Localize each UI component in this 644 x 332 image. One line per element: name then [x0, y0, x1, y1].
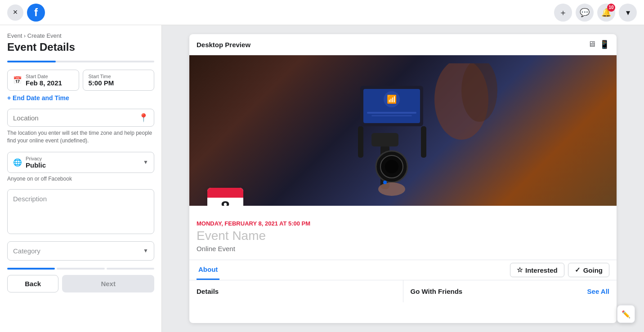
privacy-label: Privacy [26, 156, 46, 161]
calendar-icon: 📅 [13, 76, 22, 84]
date-badge: 8 [207, 188, 243, 206]
privacy-value: Public [26, 161, 46, 169]
go-with-friends-title: Go With Friends [411, 288, 463, 295]
preview-icons: 🖥 📱 [588, 40, 609, 49]
date-badge-top [207, 188, 243, 198]
left-panel: Event › Create Event Event Details 📅 Sta… [0, 25, 162, 332]
description-field[interactable]: Description [7, 189, 154, 234]
progress-bar-fill [7, 61, 56, 62]
event-info: MONDAY, FEBRUARY 8, 2021 AT 5:00 PM Even… [189, 206, 617, 252]
top-bar: × f ＋ 💬 🔔 10 ▾ [0, 0, 644, 25]
details-label: Details [197, 288, 219, 295]
going-button[interactable]: ✓ Going [568, 263, 609, 277]
tab-about[interactable]: About [197, 260, 219, 280]
edit-icon: ✏️ [622, 310, 631, 319]
event-bottom: Details Go With Friends See All [189, 280, 617, 302]
details-section: Details [189, 280, 403, 302]
account-menu-button[interactable]: ▾ [619, 4, 637, 22]
facebook-logo: f [27, 4, 45, 22]
notifications-button[interactable]: 🔔 10 [597, 4, 615, 22]
date-time-row: 📅 Start Date Feb 8, 2021 Start Time 5:00… [7, 70, 154, 91]
svg-text:📶: 📶 [387, 94, 397, 104]
camera-gimbal-visual: 📶 [291, 63, 515, 198]
location-field[interactable]: 📍 [7, 109, 154, 127]
preview-header: Desktop Preview 🖥 📱 [189, 34, 617, 55]
event-date-line: MONDAY, FEBRUARY 8, 2021 AT 5:00 PM [197, 220, 609, 227]
step-dot-2 [57, 268, 104, 270]
event-name: Event Name [197, 229, 609, 243]
start-date-field[interactable]: 📅 Start Date Feb 8, 2021 [7, 70, 79, 91]
see-all-link[interactable]: See All [587, 288, 609, 295]
interested-button[interactable]: ☆ Interested [510, 263, 564, 277]
svg-point-15 [378, 182, 405, 196]
edit-overlay-button[interactable]: ✏️ [617, 305, 635, 323]
top-bar-left: × f [7, 4, 45, 22]
date-badge-num: 8 [207, 198, 243, 206]
go-with-friends: Go With Friends See All [403, 280, 617, 302]
nav-buttons: Back Next [7, 275, 154, 292]
start-time-field[interactable]: Start Time 5:00 PM [83, 70, 155, 91]
star-icon: ☆ [517, 266, 523, 274]
next-button[interactable]: Next [62, 275, 154, 292]
event-location: Online Event [197, 245, 609, 252]
start-time-label: Start Time [89, 74, 149, 79]
tablet-icon[interactable]: 📱 [599, 40, 609, 49]
progress-bar-container [7, 61, 154, 62]
event-tabs: About ☆ Interested ✓ Going [189, 260, 617, 280]
location-hint: The location you enter will set the time… [7, 129, 154, 145]
step-dot-3 [107, 268, 154, 270]
start-time-value: 5:00 PM [89, 79, 149, 87]
location-input[interactable] [13, 114, 139, 122]
breadcrumb: Event › Create Event [7, 32, 154, 39]
privacy-select[interactable]: 🌐 Privacy Public ▼ [7, 152, 154, 173]
add-end-date-link[interactable]: + End Date and Time [7, 94, 154, 102]
page-title: Event Details [7, 41, 154, 53]
close-button[interactable]: × [7, 4, 23, 21]
svg-rect-9 [371, 115, 412, 116]
top-bar-right: ＋ 💬 🔔 10 ▾ [554, 4, 637, 22]
privacy-hint: Anyone on or off Facebook [7, 176, 154, 182]
start-date-label: Start Date [26, 74, 62, 79]
going-label: Going [583, 266, 603, 274]
globe-icon: 🌐 [13, 158, 22, 167]
chevron-down-icon: ▼ [143, 248, 148, 254]
step-progress [7, 268, 154, 270]
preview-card: Desktop Preview 🖥 📱 [189, 34, 617, 323]
desktop-icon[interactable]: 🖥 [588, 40, 596, 49]
event-image-content: 📶 [189, 55, 617, 206]
step-dot-1 [7, 268, 55, 270]
back-button[interactable]: Back [7, 275, 58, 292]
description-placeholder: Description [13, 195, 47, 203]
chevron-down-icon: ▼ [143, 159, 148, 165]
notification-badge: 10 [607, 4, 615, 12]
main-layout: Event › Create Event Event Details 📅 Sta… [0, 25, 644, 332]
interested-label: Interested [525, 266, 558, 274]
svg-point-12 [385, 160, 398, 173]
event-image: 📶 [189, 55, 617, 206]
check-circle-icon: ✓ [575, 266, 581, 274]
category-select[interactable]: Category ▼ [7, 241, 154, 261]
add-button[interactable]: ＋ [554, 4, 572, 22]
preview-title: Desktop Preview [197, 41, 250, 49]
start-date-value: Feb 8, 2021 [26, 79, 62, 87]
location-icon: 📍 [139, 113, 148, 123]
svg-rect-8 [367, 112, 416, 114]
right-panel: Desktop Preview 🖥 📱 [162, 25, 644, 332]
svg-rect-13 [358, 126, 363, 158]
category-text: Category [13, 247, 143, 255]
svg-point-16 [383, 181, 387, 184]
svg-rect-14 [421, 126, 426, 158]
messenger-button[interactable]: 💬 [576, 4, 594, 22]
svg-rect-3 [371, 133, 398, 146]
